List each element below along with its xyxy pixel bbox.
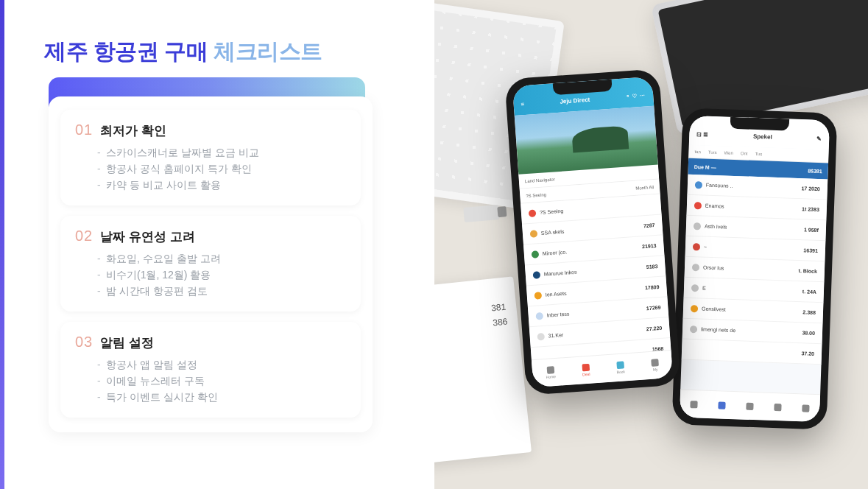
airline-icon [692, 264, 699, 271]
airline-price: 7287 [643, 222, 655, 228]
app-title-2: Spekel [753, 133, 772, 140]
nav-home: Home [546, 366, 556, 379]
tab-day: Turs [708, 149, 717, 154]
left-panel: 제주 항공권 구매 체크리스트 01 최저가 확인 스카이스캐너로 날짜별 요금… [0, 0, 434, 489]
tab-day: Tus [755, 151, 762, 155]
airline-price: 17809 [645, 284, 660, 290]
scenic-image [515, 106, 658, 175]
title-part-1: 제주 항공권 구매 [44, 39, 214, 63]
title-part-2: 체크리스트 [214, 39, 322, 63]
airline-icon [694, 222, 701, 230]
deal-icon [582, 364, 590, 372]
menu-icon: ≡ [521, 101, 524, 108]
sub-line: 밤 시간대 항공편 검토 [106, 285, 346, 298]
airline-price: 17 2020 [801, 186, 820, 191]
list-row: 37.20 [682, 340, 822, 365]
right-panel-illustration: 381 386 ≡ Jeju Direct ⚬ ♡ ⋯ Land Navigat… [434, 0, 868, 489]
tab-day: Wen [724, 150, 733, 155]
airline-icon [691, 284, 699, 292]
sub-line: 비수기(1월, 12월) 활용 [106, 269, 346, 282]
summary-left: Due M — [694, 164, 716, 170]
airline-name: Inber tess [546, 311, 569, 317]
nav-icon [746, 402, 753, 409]
airline-icon [529, 209, 537, 217]
item-header: 01 최저가 확인 [75, 122, 346, 139]
notepad-line: 386 [492, 314, 508, 331]
row-left: Enamos [694, 202, 724, 210]
row-left: Marurue Inkos [533, 268, 577, 278]
airline-name: Enamos [705, 203, 724, 209]
phone-mockup-1: ≡ Jeju Direct ⚬ ♡ ⋯ Land Navigator ?S Se… [504, 68, 680, 395]
airline-name: Gensilvest [702, 306, 726, 312]
sub-line: 화요일, 수요일 출발 고려 [106, 253, 346, 266]
airline-name: Miroor (co. [543, 249, 568, 256]
checklist-body: 01 최저가 확인 스카이스캐너로 날짜별 요금 비교 항공사 공식 홈페이지 … [49, 96, 373, 432]
nav-item [774, 404, 781, 411]
airline-list-2: Fansouns ..17 2020Enamos1t 2383Asth Ivel… [682, 175, 828, 365]
page-content: 제주 항공권 구매 체크리스트 01 최저가 확인 스카이스캐너로 날짜별 요금… [0, 0, 868, 489]
airline-icon [533, 271, 541, 279]
airline-icon [694, 202, 702, 209]
nav-my: My [651, 359, 659, 372]
airline-price: 17269 [646, 305, 661, 311]
airline-icon [530, 230, 538, 238]
row-left: Orsor lus [692, 264, 724, 272]
row-left: limengl nets de [690, 325, 735, 334]
header-action-icons: ⚬ ♡ ⋯ [625, 93, 646, 100]
nav-item [802, 404, 809, 412]
row-left: ~ [693, 243, 707, 251]
header-left-icons: ⊡ ≣ [696, 131, 709, 138]
usb-decoration [463, 205, 500, 222]
airline-list: ?S SeeingSSA skels7287Miroor (co.21913Ma… [521, 194, 671, 368]
airline-price: 1t 2383 [802, 206, 819, 212]
item-title-3: 알림 설정 [100, 334, 154, 351]
row-left: Gensilvest [691, 305, 726, 314]
airline-icon [693, 243, 700, 250]
airline-icon [690, 325, 697, 332]
airline-price: 16391 [803, 247, 818, 253]
airline-name: Marurue Inkos [544, 270, 577, 277]
nav-icon [802, 404, 809, 412]
sidebar-accent [0, 0, 4, 489]
notepad-text: 381 386 [490, 300, 508, 331]
airline-price: 37.20 [801, 351, 814, 356]
tab-right: Month All [635, 185, 654, 191]
app-title: Jeju Direct [560, 96, 590, 105]
airline-name: 31.Ker [548, 332, 563, 338]
item-header: 02 날짜 유연성 고려 [75, 228, 346, 245]
row-left: Ien Asets [534, 289, 566, 299]
summary-right: 8$381 [808, 168, 822, 174]
tab-day: Ont [741, 151, 748, 155]
airline-price: 5183 [646, 264, 658, 270]
airline-name: Orsor lus [703, 265, 724, 271]
row-left: 31.Ker [537, 331, 563, 340]
my-icon [651, 359, 659, 367]
item-header: 03 알림 설정 [75, 334, 346, 351]
item-subs: 스카이스캐너로 날짜별 요금 비교 항공사 공식 홈페이지 특가 확인 카약 등… [75, 147, 346, 192]
airline-price: 2.388 [802, 309, 816, 315]
nav-item [746, 402, 753, 409]
nav-icon [690, 401, 697, 408]
airline-price: 38.00 [802, 330, 815, 336]
airline-price: t. 24A [802, 289, 816, 295]
nav-item [718, 401, 725, 409]
nav-icon [718, 401, 725, 409]
row-left: SSA skels [530, 228, 565, 237]
item-number-2: 02 [75, 228, 93, 245]
check-item-3: 03 알림 설정 항공사 앱 알림 설정 이메일 뉴스레터 구독 특가 이벤트 … [60, 322, 361, 418]
phone-mockup-2: ⊡ ≣ Spekel ✎ tan Turs Wen Ont Tus Due M … [672, 108, 838, 429]
item-title-1: 최저가 확인 [100, 122, 166, 139]
phone-screen: ≡ Jeju Direct ⚬ ♡ ⋯ Land Navigator ?S Se… [512, 77, 673, 387]
tab-left: ?S Seeing [526, 192, 546, 198]
airline-name: ?S Seeing [540, 208, 564, 215]
nav-book: Book [616, 361, 626, 374]
airline-name: limengl nets de [701, 327, 735, 334]
row-left: Fansouns .. [695, 181, 733, 190]
airline-name: E [702, 286, 706, 291]
item-subs: 화요일, 수요일 출발 고려 비수기(1월, 12월) 활용 밤 시간대 항공편… [75, 253, 346, 298]
home-icon [546, 366, 554, 374]
airline-name: Asth Ivels [705, 224, 727, 230]
sub-line: 특가 이벤트 실시간 확인 [106, 391, 346, 404]
section-label: Land Navigator [525, 177, 555, 183]
airline-price: 21913 [642, 243, 657, 249]
